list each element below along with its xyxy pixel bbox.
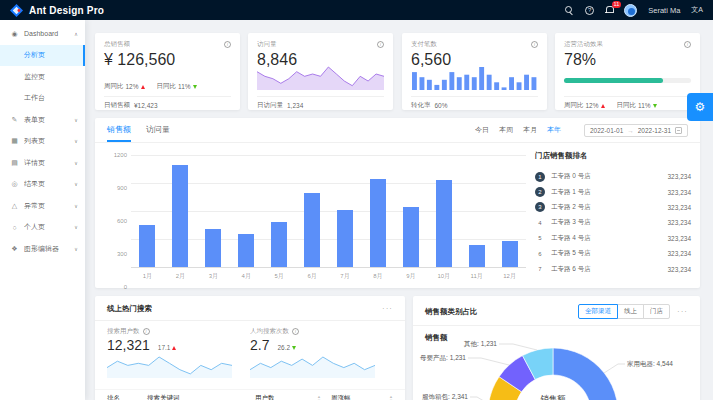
search-table-header: 排名 搜索关键词 用户数 ▲▼ 周涨幅 ▲▼ bbox=[95, 389, 405, 400]
stat-card-payments: 支付笔数 i 6,560 转化率 60% bbox=[402, 33, 547, 110]
stat-value: ¥ 126,560 bbox=[104, 50, 231, 69]
ranking-item: 6工专路 5 号店323,234 bbox=[535, 246, 691, 261]
account-icon: ○ bbox=[10, 224, 19, 231]
store-name: 工专路 6 号店 bbox=[551, 265, 662, 274]
sidebar-item[interactable]: ◎结果页∨ bbox=[0, 174, 85, 196]
chevron-down-icon: ∨ bbox=[74, 224, 78, 230]
sidebar-item[interactable]: ▤详情页∨ bbox=[0, 152, 85, 174]
sidebar-item[interactable]: ▦列表页∨ bbox=[0, 131, 85, 153]
chevron-down-icon: ∨ bbox=[74, 181, 78, 187]
store-name: 工专路 5 号店 bbox=[551, 249, 662, 258]
sidebar-item[interactable]: △异常页∨ bbox=[0, 195, 85, 217]
channel-all[interactable]: 全部渠道 bbox=[578, 304, 618, 319]
stat-title: 支付笔数 bbox=[411, 40, 437, 49]
app-title: Ant Design Pro bbox=[29, 5, 104, 16]
sales-tabbar: 销售额 访问量 今日 本周 本月 本年 2022-01-01 → 2022-12… bbox=[95, 118, 700, 143]
notification-bell[interactable]: 11 bbox=[605, 6, 613, 14]
info-icon[interactable]: i bbox=[684, 41, 691, 48]
bar bbox=[370, 179, 386, 267]
store-name: 工专路 1 号店 bbox=[551, 188, 662, 197]
user-name[interactable]: Serati Ma bbox=[648, 6, 680, 15]
ellipsis-menu-icon[interactable]: ··· bbox=[382, 306, 393, 312]
store-name: 工专路 2 号店 bbox=[551, 203, 662, 212]
caret-up-icon bbox=[141, 85, 145, 89]
col-growth[interactable]: 周涨幅 ▲▼ bbox=[331, 394, 393, 400]
range-year[interactable]: 本年 bbox=[547, 125, 561, 135]
sorter-icon[interactable]: ▲▼ bbox=[317, 395, 321, 400]
rank-badge: 6 bbox=[535, 249, 545, 259]
col-rank[interactable]: 排名 bbox=[107, 394, 147, 400]
stat-card-visits: 访问量 i 8,846 日访问量 1,234 bbox=[248, 33, 393, 110]
trend-dod: 日同比 11% bbox=[157, 82, 197, 91]
date-range-picker[interactable]: 2022-01-01 → 2022-12-31 bbox=[584, 124, 688, 137]
sidebar-item[interactable]: ✎表单页∨ bbox=[0, 109, 85, 131]
question-circle-icon[interactable]: ? bbox=[585, 6, 594, 15]
channel-online[interactable]: 线上 bbox=[617, 304, 644, 319]
sales-trend-panel: 销售额 访问量 今日 本周 本月 本年 2022-01-01 → 2022-12… bbox=[95, 118, 700, 288]
sorter-icon[interactable]: ▲▼ bbox=[389, 395, 393, 400]
form-icon: ✎ bbox=[10, 116, 19, 124]
store-value: 323,234 bbox=[668, 266, 692, 273]
info-icon[interactable]: i bbox=[377, 41, 384, 48]
sales-bar-chart: 1月2月3月4月5月6月7月8月9月10月11月12月 030060090012… bbox=[105, 149, 530, 281]
sidebar-item[interactable]: ❖图形编辑器∨ bbox=[0, 238, 85, 260]
chevron-down-icon: ∨ bbox=[74, 160, 78, 166]
sidebar-item[interactable]: ○个人页∨ bbox=[0, 217, 85, 239]
bar bbox=[403, 207, 419, 267]
store-value: 323,234 bbox=[668, 173, 692, 180]
info-icon[interactable]: i bbox=[224, 41, 231, 48]
metric-trend: 17.1 bbox=[158, 344, 177, 351]
col-users[interactable]: 用户数 ▲▼ bbox=[255, 394, 331, 400]
search-icon[interactable] bbox=[565, 6, 574, 15]
svg-text:家用电器: 4,544: 家用电器: 4,544 bbox=[627, 360, 673, 368]
store-name: 工专路 4 号店 bbox=[551, 234, 662, 243]
svg-text:母婴产品: 1,231: 母婴产品: 1,231 bbox=[420, 354, 466, 362]
footer-label: 转化率 bbox=[411, 101, 431, 110]
metric-value: 12,321 bbox=[107, 338, 150, 353]
sidebar-item[interactable]: 分析页 bbox=[0, 45, 85, 67]
progress-bar bbox=[564, 78, 691, 83]
bar bbox=[271, 222, 287, 267]
range-today[interactable]: 今日 bbox=[475, 125, 489, 135]
stat-card-total-sales: 总销售额 i ¥ 126,560 周同比 12% 日同比 11% 日销售额 ¥1… bbox=[95, 33, 240, 110]
channel-store[interactable]: 门店 bbox=[643, 304, 670, 319]
footer-value: ¥12,423 bbox=[134, 102, 158, 109]
metric-search-users: 搜索用户数 i 12,321 17.1 bbox=[107, 327, 250, 382]
sidebar-menu: ◉Dashboard∧分析页监控页工作台✎表单页∨▦列表页∨▤详情页∨◎结果页∨… bbox=[0, 23, 85, 260]
col-keyword[interactable]: 搜索关键词 bbox=[147, 394, 255, 400]
chevron-down-icon: ∨ bbox=[74, 246, 78, 252]
chevron-down-icon: ∨ bbox=[74, 138, 78, 144]
tab-visits[interactable]: 访问量 bbox=[146, 118, 170, 142]
caret-up-icon bbox=[601, 104, 605, 108]
sidebar-item[interactable]: ◉Dashboard∧ bbox=[0, 23, 85, 45]
ranking-title: 门店销售额排名 bbox=[535, 151, 691, 161]
caret-down-icon bbox=[193, 85, 197, 89]
sidebar-item[interactable]: 工作台 bbox=[0, 88, 85, 110]
tab-sales[interactable]: 销售额 bbox=[107, 118, 131, 142]
footer-label: 日销售额 bbox=[104, 101, 130, 110]
visits-mini-area-chart bbox=[257, 65, 384, 94]
theme-setting-button[interactable]: ⚙ bbox=[687, 93, 713, 121]
ellipsis-menu-icon[interactable]: ··· bbox=[677, 309, 688, 315]
top-header: Ant Design Pro ? 11 Serati Ma 文A bbox=[0, 0, 713, 20]
store-value: 323,234 bbox=[668, 204, 692, 211]
sidebar: ◉Dashboard∧分析页监控页工作台✎表单页∨▦列表页∨▤详情页∨◎结果页∨… bbox=[0, 20, 85, 400]
rank-badge: 3 bbox=[535, 202, 545, 212]
rank-badge: 5 bbox=[535, 233, 545, 243]
result-icon: ◎ bbox=[10, 180, 19, 188]
info-icon[interactable]: i bbox=[531, 41, 538, 48]
avatar[interactable] bbox=[624, 4, 637, 17]
store-value: 323,234 bbox=[668, 250, 692, 257]
ranking-item: 4工专路 3 号店323,234 bbox=[535, 215, 691, 230]
ranking-item: 5工专路 4 号店323,234 bbox=[535, 231, 691, 246]
info-icon[interactable]: i bbox=[143, 328, 150, 335]
range-week[interactable]: 本周 bbox=[499, 125, 513, 135]
translate-icon[interactable]: 文A bbox=[691, 5, 703, 15]
channel-radio-group: 全部渠道 线上 门店 bbox=[578, 304, 670, 319]
sidebar-item[interactable]: 监控页 bbox=[0, 66, 85, 88]
footer-value: 60% bbox=[435, 102, 448, 109]
info-icon[interactable]: i bbox=[292, 328, 299, 335]
range-month[interactable]: 本月 bbox=[523, 125, 537, 135]
exception-icon: △ bbox=[10, 202, 19, 210]
stat-title: 总销售额 bbox=[104, 40, 130, 49]
